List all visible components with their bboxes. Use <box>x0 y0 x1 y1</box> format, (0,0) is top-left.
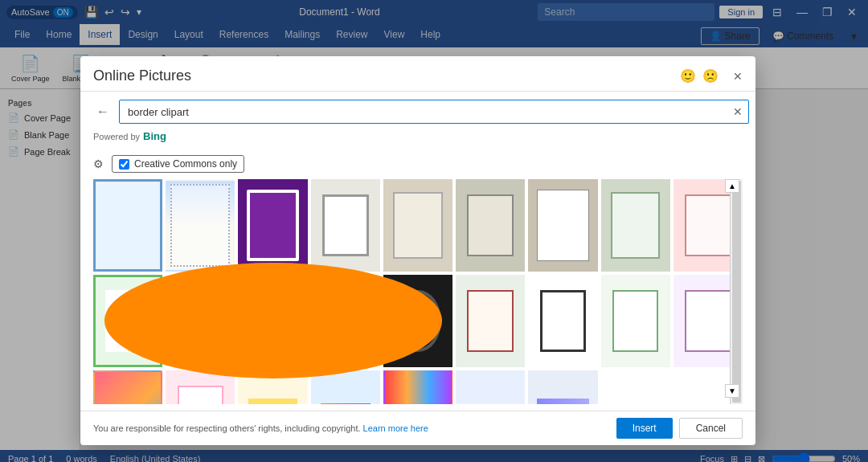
footer-text: You are responsible for respecting other… <box>93 423 428 433</box>
filter-row: ⚙ Creative Commons only <box>80 155 755 179</box>
image-thumb-3[interactable] <box>238 179 307 272</box>
image-thumb-8[interactable] <box>601 179 670 272</box>
modal-footer: You are responsible for respecting other… <box>80 411 755 445</box>
modal-header-icons: 🙂 🙁 ✕ <box>680 68 743 84</box>
image-thumb-23[interactable] <box>383 370 452 404</box>
creative-commons-label: Creative Commons only <box>134 158 237 170</box>
image-grid: 🎂 👫👫👫 <box>93 179 743 404</box>
scroll-down-button[interactable]: ▼ <box>725 384 739 398</box>
image-thumb-4[interactable] <box>311 179 380 272</box>
sad-feedback-icon[interactable]: 🙁 <box>702 68 719 84</box>
creative-commons-checkbox[interactable] <box>119 159 129 170</box>
image-thumb-12[interactable] <box>238 275 307 367</box>
scroll-up-button[interactable]: ▲ <box>725 179 739 193</box>
footer-message: You are responsible for respecting other… <box>93 423 361 433</box>
image-grid-container: 🎂 👫👫👫 ▲ ▼ <box>80 179 755 411</box>
search-back-button[interactable]: ← <box>93 101 113 122</box>
happy-feedback-icon[interactable]: 🙂 <box>680 68 696 84</box>
image-thumb-24[interactable]: 👫👫👫 <box>456 370 525 404</box>
search-row: ← ✕ <box>93 100 743 124</box>
online-pictures-modal: Online Pictures 🙂 🙁 ✕ ← ✕ Powered by Bin… <box>80 56 755 445</box>
powered-by-label: Powered by <box>93 132 140 141</box>
image-thumb-16[interactable] <box>528 275 597 367</box>
search-input[interactable] <box>119 100 749 124</box>
image-thumb-15[interactable] <box>456 275 525 367</box>
image-thumb-5[interactable] <box>383 179 452 272</box>
insert-button[interactable]: Insert <box>616 418 673 439</box>
creative-commons-filter[interactable]: Creative Commons only <box>112 155 244 173</box>
modal-title: Online Pictures <box>93 67 191 84</box>
footer-buttons: Insert Cancel <box>616 418 743 439</box>
image-thumb-25[interactable] <box>528 370 597 404</box>
image-thumb-17[interactable] <box>601 275 670 367</box>
search-clear-button[interactable]: ✕ <box>733 105 743 118</box>
image-thumb-1[interactable] <box>93 179 162 272</box>
modal-header: Online Pictures 🙂 🙁 ✕ <box>80 56 755 92</box>
image-thumb-19[interactable] <box>93 370 162 404</box>
modal-search-area: ← ✕ Powered by Bing <box>80 92 755 155</box>
bing-logo: Bing <box>143 130 166 142</box>
scrollbar[interactable]: ▲ ▼ <box>730 179 743 404</box>
filter-icon[interactable]: ⚙ <box>93 157 104 170</box>
image-thumb-6[interactable] <box>456 179 525 272</box>
powered-by: Powered by Bing <box>93 130 743 142</box>
image-thumb-2[interactable] <box>166 179 235 272</box>
cancel-button[interactable]: Cancel <box>679 418 743 439</box>
learn-more-link[interactable]: Learn more here <box>363 423 428 433</box>
image-thumb-7[interactable] <box>528 179 597 272</box>
modal-close-icon[interactable]: ✕ <box>733 68 743 84</box>
